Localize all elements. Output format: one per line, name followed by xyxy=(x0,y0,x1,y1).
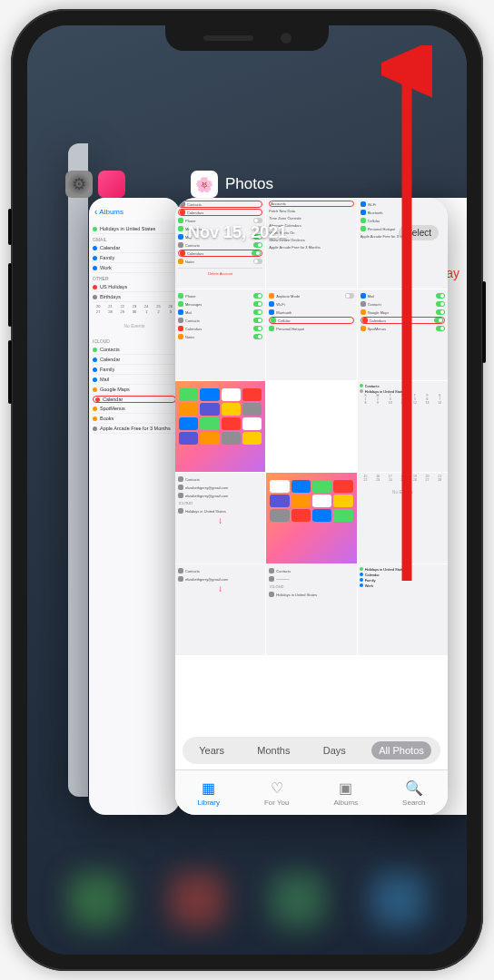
photo-thumb[interactable]: Accounts Fetch New Data Time Zone Overri… xyxy=(266,198,356,289)
cal-item: SpotMenus xyxy=(100,406,125,411)
settings-app-icon[interactable] xyxy=(65,171,93,198)
photos-tab-bar: ▦ Library ♡ For You ▣ Albums 🔍 Search xyxy=(175,769,448,815)
cal-item: Family xyxy=(100,255,114,260)
cal-item: Holidays in United States xyxy=(100,226,155,231)
cal-item: Apple Arcade Free for 3 Months xyxy=(100,426,171,431)
for-you-icon: ♡ xyxy=(271,779,283,797)
app-card-title-photos: 🌸 Photos xyxy=(191,171,273,198)
volume-down-button xyxy=(8,340,12,404)
swipe-up-arrow-annotation xyxy=(381,45,432,590)
cal-item: Birthdays xyxy=(100,294,121,299)
photo-thumb[interactable]: Contacts ───── ICLOUD Holidays in United… xyxy=(266,564,356,655)
cal-item: Family xyxy=(100,367,114,372)
photo-thumb-homescreen[interactable] xyxy=(266,473,356,564)
cal-item: Google Maps xyxy=(100,387,130,392)
app-card-settings[interactable] xyxy=(68,143,88,797)
albums-icon: ▣ xyxy=(339,779,352,797)
cal-item: Calendar xyxy=(100,357,120,362)
photo-thumb[interactable] xyxy=(266,381,356,472)
power-button xyxy=(482,281,486,363)
photo-thumb[interactable]: Contacts elizabethgerry@gmail.com elizab… xyxy=(175,473,265,564)
seg-years[interactable]: Years xyxy=(192,741,232,760)
back-label: Albums xyxy=(99,208,124,216)
library-icon: ▦ xyxy=(202,779,215,797)
photos-app-name: Photos xyxy=(225,175,273,193)
cal-item: Calendar xyxy=(100,245,120,250)
calendar-nav-header[interactable]: ‹ Albums xyxy=(89,198,180,220)
cal-item: Work xyxy=(100,265,112,270)
tab-for-you[interactable]: ♡ For You xyxy=(264,779,290,807)
photo-thumb[interactable]: Contacts Calendars Phone Messages Mail C… xyxy=(175,198,265,289)
iphone-frame: ‹ Albums Holidays in United States GMAIL… xyxy=(11,9,483,971)
seg-days[interactable]: Days xyxy=(316,741,353,760)
photo-thumb[interactable]: Airplane Mode Wi-Fi Bluetooth Cellular P… xyxy=(266,289,356,380)
cal-section: GMAIL xyxy=(93,234,176,243)
cal-section: OTHER xyxy=(93,273,176,282)
cal-item: Books xyxy=(100,416,114,421)
cal-item: US Holidays xyxy=(100,284,127,289)
tab-library[interactable]: ▦ Library xyxy=(197,779,219,807)
app-card-calendar[interactable]: ‹ Albums Holidays in United States GMAIL… xyxy=(89,198,180,815)
search-icon: 🔍 xyxy=(405,779,423,797)
photos-app-icon: 🌸 xyxy=(191,171,218,198)
cal-item: Contacts xyxy=(100,347,120,352)
small-down-arrow-icon: ↓ xyxy=(178,583,262,593)
photos-date-header: Nov 15, 2021 xyxy=(188,223,287,242)
photo-thumb[interactable]: Phone Messages Mail Contacts Calendars N… xyxy=(175,289,265,380)
small-down-arrow-icon: ↓ xyxy=(178,515,262,525)
seg-all-photos[interactable]: All Photos xyxy=(371,741,431,760)
notch xyxy=(165,25,329,51)
photo-thumb[interactable]: Contacts elizabethgerry@gmail.com ↓ xyxy=(175,564,265,655)
volume-up-button xyxy=(8,263,12,327)
cal-section: ICLOUD xyxy=(93,336,176,345)
mute-switch xyxy=(8,209,12,245)
screenshot-app-icon[interactable] xyxy=(98,171,125,198)
photos-view-segmented-control[interactable]: Years Months Days All Photos xyxy=(183,737,440,764)
seg-months[interactable]: Months xyxy=(250,741,297,760)
tab-albums[interactable]: ▣ Albums xyxy=(333,779,358,807)
screen: ‹ Albums Holidays in United States GMAIL… xyxy=(27,25,467,955)
cal-item: Mail xyxy=(100,377,109,382)
tab-search[interactable]: 🔍 Search xyxy=(402,779,425,807)
back-chevron-icon: ‹ xyxy=(94,207,97,217)
photo-thumb-homescreen[interactable] xyxy=(175,381,265,472)
no-events-label: No Events xyxy=(93,316,176,336)
cal-item-highlighted: Calendar xyxy=(103,397,123,402)
